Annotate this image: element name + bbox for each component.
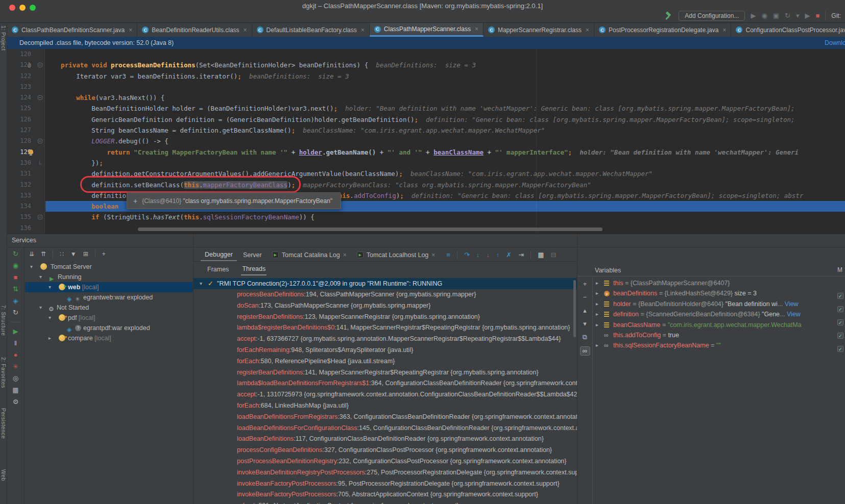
fold-icon[interactable]: − — [38, 95, 42, 100]
add-configuration-button[interactable]: Add Configuration... — [679, 11, 745, 21]
resume-icon[interactable]: ▶ — [12, 328, 20, 335]
view-link[interactable]: View — [783, 300, 798, 308]
view-tab-threads[interactable]: Threads — [241, 263, 267, 275]
code-line[interactable]: 126 GenericBeanDefinition definition = (… — [7, 114, 845, 125]
new-tab-icon[interactable]: ⊞ — [83, 250, 88, 258]
code-editor[interactable]: 120121@− private void processBeanDefinit… — [7, 49, 845, 234]
fold-icon[interactable]: − — [38, 139, 42, 143]
fold-icon[interactable]: − — [38, 63, 42, 67]
git-label[interactable]: Git: — [831, 12, 841, 19]
group-by-icon[interactable]: ∷ — [60, 250, 64, 258]
tree-item-tomcat-server[interactable]: ▾Tomcat Server — [25, 262, 193, 272]
view-options-icon[interactable]: ≡ — [446, 251, 450, 259]
expand-value-icon[interactable]: + — [133, 197, 137, 205]
chevron-right-icon[interactable]: ▸ — [596, 320, 598, 330]
enabled-checkbox[interactable]: ✓ — [837, 306, 843, 312]
services-tree-icon[interactable]: ◈ — [12, 297, 20, 305]
memory-tab-label[interactable]: M — [837, 266, 842, 273]
code-line[interactable]: 127 String beanClassName = definition.ge… — [7, 125, 845, 136]
coverage-icon[interactable]: ▣ — [773, 12, 779, 20]
drop-frame-icon[interactable]: ✗ — [506, 251, 512, 259]
close-icon[interactable]: × — [129, 27, 132, 34]
chevron-down-icon[interactable]: ▾ — [796, 12, 800, 20]
tree-item-pdf[interactable]: ▾■pdf [local] — [25, 313, 193, 323]
close-icon[interactable]: × — [244, 27, 247, 34]
variable-row[interactable]: ▸definition = {ScannedGenericBeanDefinit… — [593, 309, 838, 319]
view-tab-frames[interactable]: Frames — [206, 264, 230, 275]
variable-row[interactable]: ▸this = {ClassPathMapperScanner@6407} — [593, 278, 838, 288]
chevron-down-icon[interactable]: ▾ — [200, 278, 202, 289]
chevron-right-icon[interactable]: ▸ — [596, 278, 598, 288]
code-line[interactable]: 135− if (StringUtils.hasText(this.sqlSes… — [7, 212, 845, 222]
variable-row[interactable]: ▸pbeanDefinitions = {LinkedHashSet@6429}… — [593, 288, 838, 298]
enabled-checkbox[interactable]: ✓ — [837, 346, 843, 352]
editor-tab[interactable]: CDefaultListableBeanFactory.class× — [252, 23, 370, 37]
stack-frame-row[interactable]: loadBeanDefinitions:117, ConfigurationCl… — [194, 434, 577, 445]
close-icon[interactable]: × — [343, 251, 347, 259]
force-step-into-icon[interactable]: ↓ — [486, 251, 490, 259]
stripe-label--project[interactable]: 1: Project — [1, 26, 7, 51]
screenshot-icon[interactable]: ◎ — [12, 375, 20, 382]
debugger-tab-server[interactable]: Server — [239, 249, 266, 261]
step-over-icon[interactable]: ↷ — [464, 251, 470, 259]
tree-item-egrantpdf-war-exploded[interactable]: ?◈egrantpdf:war exploded — [25, 323, 193, 333]
code-line[interactable]: 122 Iterator var3 = beanDefinitions.iter… — [7, 71, 845, 82]
editor-tab[interactable]: CBeanDefinitionReaderUtils.class× — [137, 23, 252, 37]
stack-frame-row[interactable]: invokeBeanFactoryPostProcessors:95, Post… — [194, 478, 577, 490]
editor-tab[interactable]: CClassPathMapperScanner.class× — [370, 23, 484, 37]
horizontal-scrollbar[interactable] — [138, 228, 602, 231]
stack-frame-row[interactable]: loadBeanDefinitionsForConfigurationClass… — [194, 423, 577, 434]
tree-item-web[interactable]: ▾▶web [local] — [25, 282, 193, 292]
settings-icon[interactable]: ⚙ — [12, 398, 20, 406]
stack-frame-row[interactable]: postProcessBeanDefinitionRegistry:232, C… — [194, 456, 577, 467]
move-up-icon[interactable]: ▴ — [580, 307, 590, 315]
editor-tab[interactable]: CConfigurationClassPostProcessor.java× — [731, 23, 845, 37]
download-link[interactable]: Download — [825, 37, 845, 49]
stack-frame-row[interactable]: loadBeanDefinitionsFromRegistrars:363, C… — [194, 412, 577, 423]
stripe-label-web[interactable]: Web — [1, 469, 7, 481]
debugger-tab-tomcat-catalina-log[interactable]: ▶Tomcat Catalina Log× — [268, 249, 351, 261]
tree-item-compare[interactable]: ▸■compare [local] — [25, 333, 193, 343]
lightbulb-icon[interactable] — [29, 149, 33, 154]
close-icon[interactable]: × — [722, 27, 726, 34]
stack-frame-row[interactable]: doScan:173, ClassPathMapperScanner {org.… — [194, 300, 577, 312]
stack-frame-row[interactable]: processConfigBeanDefinitions:327, Config… — [194, 445, 577, 456]
reload-classes-icon[interactable]: ✳ — [12, 363, 20, 370]
add-service-icon[interactable]: + — [102, 250, 106, 258]
variable-row[interactable]: ▸holder = {BeanDefinitionHolder@6404} "B… — [593, 299, 838, 309]
code-line[interactable]: 120 — [7, 49, 845, 60]
stop-icon[interactable]: ■ — [815, 12, 819, 20]
stack-frame-row[interactable]: refresh:531, AbstractApplicationContext … — [194, 500, 577, 504]
close-icon[interactable]: × — [586, 27, 589, 34]
chevron-right-icon[interactable]: ▸ — [49, 333, 51, 343]
stack-frame-row[interactable]: accept:-1, 1310725973 {org.springframewo… — [194, 389, 577, 400]
stripe-label--structure[interactable]: 7: Structure — [1, 305, 7, 336]
chevron-down-icon[interactable]: ▾ — [39, 303, 42, 313]
evaluate-icon[interactable]: ▦ — [538, 251, 544, 259]
code-line[interactable]: 121@− private void processBeanDefinition… — [7, 60, 845, 70]
chevron-down-icon[interactable]: ▾ — [49, 282, 51, 292]
code-line[interactable]: 124− while(var3.hasNext()) { — [7, 92, 845, 103]
debugger-tab-debugger[interactable]: Debugger — [201, 249, 237, 261]
chevron-down-icon[interactable]: ▾ — [39, 272, 42, 282]
chevron-right-icon[interactable]: ▸ — [596, 299, 598, 309]
stack-frame-row[interactable]: invokeBeanDefinitionRegistryPostProcesso… — [194, 467, 577, 478]
rerun-icon[interactable]: ↻ — [12, 250, 20, 258]
watches-icon[interactable]: ∞ — [580, 346, 590, 356]
stack-frame-row[interactable]: processBeanDefinitions:194, ClassPathMap… — [194, 289, 577, 300]
step-out-icon[interactable]: ↑ — [496, 251, 500, 259]
debug-rerun-icon[interactable]: ◉ — [12, 262, 20, 269]
stack-frame-row[interactable]: forEach:580, ReferencePipeline$Head {jav… — [194, 356, 577, 367]
chevron-right-icon[interactable]: ▸ — [596, 309, 598, 319]
resume-icon[interactable]: ▶ — [805, 12, 810, 20]
add-watch-icon[interactable]: + — [580, 280, 590, 288]
debugger-tab-tomcat-localhost-log[interactable]: ▶Tomcat Localhost Log× — [353, 249, 440, 261]
fold-icon[interactable]: − — [38, 215, 42, 219]
stack-frame-row[interactable]: registerBeanDefinitions:141, MapperScann… — [194, 367, 577, 379]
editor-tab[interactable]: CMapperScannerRegistrar.class× — [484, 23, 594, 37]
enabled-checkbox[interactable]: ✓ — [837, 293, 843, 299]
update-application-icon[interactable]: ⇅ — [12, 286, 20, 293]
tree-item-running[interactable]: ▾▶Running — [25, 272, 193, 282]
stop-icon[interactable]: ■ — [12, 274, 20, 281]
expand-all-icon[interactable]: ⇊ — [29, 250, 34, 258]
